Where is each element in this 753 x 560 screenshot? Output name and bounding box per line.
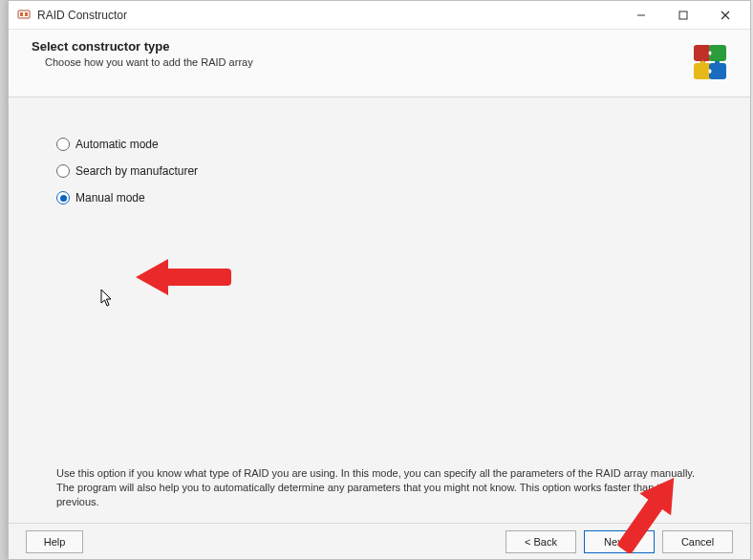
constructor-type-group: Automatic mode Search by manufacturer Ma… [56, 138, 702, 205]
wizard-footer: Help < Back Next > Cancel [9, 523, 750, 559]
radio-search-by-manufacturer[interactable]: Search by manufacturer [56, 164, 702, 178]
minimize-button[interactable] [620, 2, 662, 29]
annotation-arrow-icon [136, 255, 231, 302]
radio-automatic-mode[interactable]: Automatic mode [56, 138, 702, 151]
button-label: Cancel [681, 536, 714, 548]
help-button[interactable]: Help [26, 530, 83, 553]
app-icon [16, 8, 32, 23]
next-button[interactable]: Next > [584, 530, 655, 553]
radio-label: Search by manufacturer [75, 164, 198, 178]
cancel-button[interactable]: Cancel [662, 530, 733, 553]
button-label: Help [44, 536, 66, 548]
cursor-icon [100, 289, 114, 311]
radio-indicator-icon [56, 138, 70, 151]
option-description: Use this option if you know what type of… [56, 466, 712, 509]
puzzle-logo-icon [687, 39, 733, 85]
raid-constructor-dialog: RAID Constructor Select constructor type… [8, 0, 751, 560]
button-label: < Back [525, 536, 557, 548]
window-title: RAID Constructor [37, 9, 127, 22]
back-button[interactable]: < Back [506, 530, 576, 553]
radio-manual-mode[interactable]: Manual mode [56, 191, 702, 205]
svg-rect-2 [25, 12, 28, 16]
close-button[interactable] [704, 2, 746, 29]
page-title: Select constructor type [32, 39, 679, 54]
titlebar: RAID Constructor [9, 1, 750, 30]
page-subtitle: Choose how you want to add the RAID arra… [32, 56, 679, 68]
svg-rect-0 [18, 11, 30, 18]
radio-indicator-icon [56, 164, 70, 178]
radio-label: Automatic mode [75, 138, 159, 151]
wizard-content: Automatic mode Search by manufacturer Ma… [9, 97, 750, 523]
button-label: Next > [604, 536, 635, 548]
svg-rect-4 [679, 11, 687, 19]
radio-indicator-icon [56, 191, 70, 205]
maximize-button[interactable] [662, 2, 704, 29]
wizard-header: Select constructor type Choose how you w… [9, 30, 750, 97]
svg-rect-1 [20, 12, 23, 16]
radio-label: Manual mode [75, 191, 145, 205]
